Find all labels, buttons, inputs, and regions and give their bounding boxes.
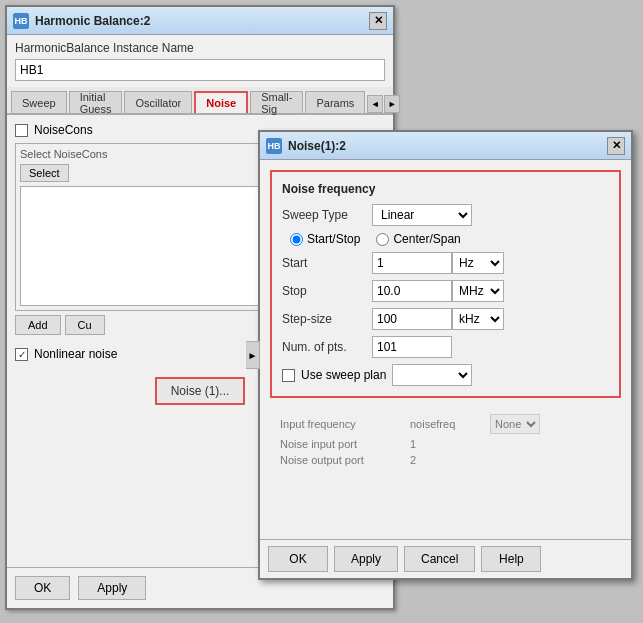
noise-close-button[interactable]: ✕ (607, 137, 625, 155)
tab-params[interactable]: Params (305, 91, 365, 113)
noise-frequency-box: Noise frequency Sweep Type Linear Logari… (270, 170, 621, 398)
collapse-arrow[interactable]: ► (246, 341, 260, 369)
tab-nav-group: ◄ ► (367, 95, 400, 113)
num-pts-row: Num. of pts. (282, 336, 609, 358)
tabs-bar: Sweep Initial Guess Oscillator Noise Sma… (7, 87, 393, 115)
noise-title-left: HB Noise(1):2 (266, 138, 346, 154)
noise-output-port-row: Noise output port 2 (280, 454, 611, 466)
input-freq-value: noisefreq (410, 418, 490, 430)
main-close-button[interactable]: ✕ (369, 12, 387, 30)
main-title-bar: HB Harmonic Balance:2 ✕ (7, 7, 393, 35)
tab-initial-guess[interactable]: Initial Guess (69, 91, 123, 113)
stop-unit-select[interactable]: HzkHzMHzGHz (452, 280, 504, 302)
start-row: Start HzkHzMHzGHz (282, 252, 609, 274)
num-pts-label: Num. of pts. (282, 340, 372, 354)
noise-input-port-row: Noise input port 1 (280, 438, 611, 450)
instance-name-input[interactable] (15, 59, 385, 81)
noise-apply-button[interactable]: Apply (334, 546, 398, 572)
input-freq-row: Input frequency noisefreq None (280, 414, 611, 434)
tab-sweep[interactable]: Sweep (11, 91, 67, 113)
start-label: Start (282, 256, 372, 270)
nonlinear-noise-label: Nonlinear noise (34, 347, 117, 361)
instance-name-label: HarmonicBalance Instance Name (7, 35, 393, 57)
stop-row: Stop HzkHzMHzGHz (282, 280, 609, 302)
noise-dialog-buttons: OK Apply Cancel Help (260, 539, 631, 578)
start-stop-radio-option[interactable]: Start/Stop (290, 232, 360, 246)
tab-nav-left[interactable]: ◄ (367, 95, 383, 113)
noise-open-button[interactable]: Noise (1)... (155, 377, 246, 405)
noise-help-button[interactable]: Help (481, 546, 541, 572)
input-freq-option-select[interactable]: None (490, 414, 540, 434)
step-size-unit-select[interactable]: HzkHzMHzGHz (452, 308, 504, 330)
main-window-title: Harmonic Balance:2 (35, 14, 150, 28)
noise-cancel-button[interactable]: Cancel (404, 546, 475, 572)
main-ok-button[interactable]: OK (15, 576, 70, 600)
noise-dialog-title: Noise(1):2 (288, 139, 346, 153)
sweep-type-label: Sweep Type (282, 208, 372, 222)
noise-input-port-label: Noise input port (280, 438, 410, 450)
start-stop-label: Start/Stop (307, 232, 360, 246)
noise-output-port-value: 2 (410, 454, 490, 466)
noise-cons-label: NoiseCons (34, 123, 93, 137)
start-unit-select[interactable]: HzkHzMHzGHz (452, 252, 504, 274)
stop-label: Stop (282, 284, 372, 298)
noise-ok-button[interactable]: OK (268, 546, 328, 572)
noise-title-bar: HB Noise(1):2 ✕ (260, 132, 631, 160)
center-span-radio-option[interactable]: Center/Span (376, 232, 460, 246)
sweep-plan-label: Use sweep plan (301, 368, 386, 382)
tab-oscillator[interactable]: Oscillator (124, 91, 192, 113)
num-pts-input[interactable] (372, 336, 452, 358)
step-size-label: Step-size (282, 312, 372, 326)
start-stop-radio[interactable] (290, 233, 303, 246)
tab-nav-right[interactable]: ► (384, 95, 400, 113)
step-size-row: Step-size HzkHzMHzGHz (282, 308, 609, 330)
sweep-plan-checkbox[interactable] (282, 369, 295, 382)
stop-input[interactable] (372, 280, 452, 302)
main-window-icon: HB (13, 13, 29, 29)
step-size-input[interactable] (372, 308, 452, 330)
title-bar-left: HB Harmonic Balance:2 (13, 13, 150, 29)
select-button[interactable]: Select (20, 164, 69, 182)
main-apply-button[interactable]: Apply (78, 576, 146, 600)
info-section: Input frequency noisefreq None Noise inp… (270, 408, 621, 476)
sweep-plan-select[interactable] (392, 364, 472, 386)
sweep-type-select[interactable]: Linear Logarithmic List (372, 204, 472, 226)
tab-small-sig[interactable]: Small-Sig (250, 91, 303, 113)
center-span-label: Center/Span (393, 232, 460, 246)
noise-freq-title: Noise frequency (282, 182, 609, 196)
noise-dialog-icon: HB (266, 138, 282, 154)
start-input[interactable] (372, 252, 452, 274)
start-stop-radio-group: Start/Stop Center/Span (282, 232, 609, 246)
center-span-radio[interactable] (376, 233, 389, 246)
cu-button[interactable]: Cu (65, 315, 105, 335)
tab-noise[interactable]: Noise (194, 91, 248, 113)
noise-cons-checkbox[interactable] (15, 124, 28, 137)
sweep-plan-row: Use sweep plan (282, 364, 609, 386)
noise-content: Noise frequency Sweep Type Linear Logari… (260, 160, 631, 486)
add-button[interactable]: Add (15, 315, 61, 335)
sweep-type-row: Sweep Type Linear Logarithmic List (282, 204, 609, 226)
noise-input-port-value: 1 (410, 438, 490, 450)
nonlinear-noise-checkbox[interactable] (15, 348, 28, 361)
noise-dialog: HB Noise(1):2 ✕ ► Noise frequency Sweep … (258, 130, 633, 580)
noise-output-port-label: Noise output port (280, 454, 410, 466)
input-freq-label: Input frequency (280, 418, 410, 430)
